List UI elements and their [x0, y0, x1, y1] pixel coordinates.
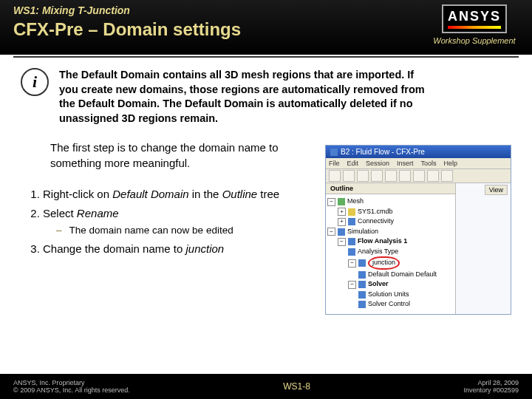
tree-flow-analysis[interactable]: −Flow Analysis 1 — [327, 236, 454, 247]
step-1: Right-click on Default Domain in the Out… — [43, 187, 312, 202]
toolbar-button[interactable] — [427, 170, 439, 182]
step-3: Change the domain name to junction — [43, 242, 312, 256]
steps-list: Right-click on Default Domain in the Out… — [21, 187, 312, 257]
tree-domain-default[interactable]: Default Domain Default — [327, 270, 454, 280]
workshop-supplement-label: Workshop Supplement — [430, 36, 519, 45]
expand-icon[interactable]: + — [338, 218, 346, 226]
domain-icon — [358, 259, 366, 267]
menu-edit[interactable]: Edit — [347, 160, 359, 167]
collapse-icon[interactable]: − — [327, 198, 335, 206]
menu-tools[interactable]: Tools — [421, 160, 437, 167]
info-callout: i The Default Domain contains all 3D mes… — [21, 68, 511, 126]
solver-icon — [358, 281, 366, 288]
toolbar-button[interactable] — [399, 170, 411, 182]
toolbar-button[interactable] — [385, 170, 397, 182]
logo-area: ANSYS Workshop Supplement — [430, 4, 519, 45]
tree-junction[interactable]: −junction — [327, 256, 454, 270]
connect-icon — [348, 218, 355, 225]
tree-mesh[interactable]: −Mesh — [327, 197, 454, 207]
tree-simulation[interactable]: −Simulation — [327, 227, 454, 237]
tree-solver-control[interactable]: Solver Control — [327, 299, 454, 310]
view-tab[interactable]: View — [485, 185, 508, 195]
cfx-pre-screenshot: B2 : Fluid Flow - CFX-Pre File Edit Sess… — [325, 145, 511, 315]
info-icon: i — [21, 68, 49, 96]
subdomain-icon — [358, 271, 366, 279]
collapse-icon[interactable]: − — [338, 238, 346, 246]
window-titlebar: B2 : Fluid Flow - CFX-Pre — [326, 146, 511, 158]
footer-left: ANSYS, Inc. Proprietary © 2009 ANSYS, In… — [13, 379, 130, 394]
units-icon — [358, 291, 366, 299]
collapse-icon[interactable]: − — [348, 281, 356, 289]
toolbar-button[interactable] — [329, 170, 341, 182]
toolbar-button[interactable] — [441, 170, 453, 182]
info-text: The Default Domain contains all 3D mesh … — [59, 68, 429, 126]
type-icon — [348, 248, 355, 256]
menu-file[interactable]: File — [329, 160, 340, 167]
collapse-icon[interactable]: − — [327, 228, 335, 236]
outline-tab[interactable]: Outline — [326, 183, 455, 194]
tree-solver[interactable]: −Solver — [327, 279, 454, 290]
step-2-sub: The domain name can now be edited — [56, 224, 312, 237]
toolbar-button[interactable] — [371, 170, 383, 182]
tree-solution-units[interactable]: Solution Units — [327, 290, 454, 300]
slide-number: WS1-8 — [283, 381, 310, 392]
footer-right: April 28, 2009 Inventory #002599 — [463, 379, 519, 394]
step-2: Select Rename The domain name can now be… — [43, 206, 312, 237]
outline-panel: Outline −Mesh +SYS1.cmdb +Connectivity −… — [326, 183, 456, 314]
toolbar-button[interactable] — [413, 170, 425, 182]
menu-insert[interactable]: Insert — [397, 160, 414, 167]
viewport: View — [456, 183, 511, 314]
window-title: B2 : Fluid Flow - CFX-Pre — [341, 148, 425, 156]
tree-analysis-type[interactable]: Analysis Type — [327, 247, 454, 257]
tree-sys1[interactable]: +SYS1.cmdb — [327, 207, 454, 217]
control-icon — [358, 301, 366, 308]
collapse-icon[interactable]: − — [348, 259, 356, 267]
app-icon — [330, 149, 338, 156]
file-icon — [348, 208, 355, 216]
outline-tree: −Mesh +SYS1.cmdb +Connectivity −Simulati… — [326, 194, 455, 314]
menubar: File Edit Session Insert Tools Help — [326, 158, 511, 169]
instructions: The first step is to change the domain n… — [21, 140, 312, 315]
sim-icon — [338, 228, 345, 236]
mesh-icon — [338, 198, 345, 205]
slide-content: i The Default Domain contains all 3D mes… — [0, 58, 532, 315]
lead-text: The first step is to change the domain n… — [50, 140, 287, 171]
toolbar-button[interactable] — [343, 170, 355, 182]
tree-connectivity[interactable]: +Connectivity — [327, 216, 454, 227]
slide-header: WS1: Mixing T-Junction CFX-Pre – Domain … — [0, 0, 532, 55]
expand-icon[interactable]: + — [338, 208, 346, 216]
toolbar-button[interactable] — [357, 170, 369, 182]
menu-help[interactable]: Help — [444, 160, 458, 167]
flow-icon — [348, 238, 355, 245]
menu-session[interactable]: Session — [366, 160, 389, 167]
toolbar — [326, 169, 511, 183]
ansys-logo: ANSYS — [442, 4, 507, 33]
slide-footer: ANSYS, Inc. Proprietary © 2009 ANSYS, In… — [0, 374, 532, 399]
junction-highlight: junction — [368, 256, 400, 270]
